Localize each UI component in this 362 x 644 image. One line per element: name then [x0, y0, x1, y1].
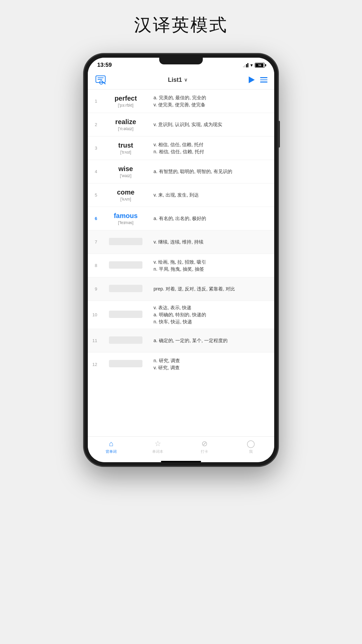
row-number: 1: [88, 99, 101, 104]
row-number: 10: [88, 312, 101, 317]
row-number: 7: [88, 239, 101, 245]
menu-button[interactable]: [260, 77, 267, 83]
row-number: 3: [88, 146, 101, 151]
row-number: 8: [88, 263, 101, 268]
table-row[interactable]: 5 come ['kʌm] v. 来, 出现, 发生, 到达: [88, 183, 274, 207]
word-cell: [101, 333, 151, 348]
nav-label-memorize: 背单词: [106, 449, 117, 454]
profile-icon: ◯: [247, 439, 255, 448]
word-cell: [101, 234, 151, 250]
row-number: 4: [88, 169, 101, 174]
meaning-cell: v. 来, 出现, 发生, 到达: [151, 188, 274, 202]
meaning-cell: n. 研究, 调查v. 研究, 调查: [151, 354, 274, 375]
word-hidden-placeholder: [109, 261, 142, 269]
bottom-nav: ⌂ 背单词 ☆ 单词本 ⊘ 打卡 ◯ 我: [88, 436, 274, 460]
meaning-cell: v. 相信, 信任, 信赖, 托付n. 相信, 信任, 信赖, 托付: [151, 138, 274, 159]
app-logo-icon: [95, 75, 106, 85]
row-number: 2: [88, 122, 101, 127]
meaning-cell: v. 继续, 连续, 维持, 持续: [151, 235, 274, 249]
top-nav: List1 ∨: [88, 71, 274, 90]
word-phonetic: ['pɜːrfɪkt]: [118, 103, 133, 108]
meaning-cell: v. 绘画, 拖, 拉, 招致, 吸引n. 平局, 拖曳, 抽奖, 抽签: [151, 255, 274, 276]
star-icon: ☆: [155, 439, 161, 448]
nav-title[interactable]: List1 ∨: [168, 76, 187, 84]
phone-frame: 13:59 ▾ 58: [84, 54, 278, 466]
nav-item-wordbook[interactable]: ☆ 单词本: [134, 439, 181, 454]
word-list: 1 perfect ['pɜːrfɪkt] a. 完美的, 最佳的, 完全的v.…: [88, 90, 274, 436]
word-hidden-placeholder: [109, 238, 142, 245]
word-cell: realize ['riːəlaɪz]: [101, 115, 151, 135]
phone-screen: 13:59 ▾ 58: [88, 58, 274, 462]
word-text: wise: [118, 165, 133, 173]
list-name-label: List1: [168, 76, 182, 84]
word-cell: [101, 307, 151, 323]
nav-item-memorize[interactable]: ⌂ 背单词: [88, 439, 134, 454]
nav-right-icons: [249, 76, 267, 83]
row-number: 5: [88, 193, 101, 198]
word-text: realize: [115, 118, 136, 126]
row-number: 6: [88, 216, 101, 221]
home-icon: ⌂: [109, 439, 113, 448]
status-icons: ▾ 58: [243, 62, 265, 68]
word-text: trust: [118, 142, 133, 149]
word-hidden-placeholder: [109, 336, 142, 344]
hamburger-line-2: [260, 79, 267, 80]
signal-icon: [243, 63, 249, 67]
notch: [159, 58, 203, 64]
word-text: famous: [114, 212, 137, 220]
meaning-cell: v. 意识到, 认识到, 实现, 成为现实: [151, 118, 274, 131]
word-phonetic: ['waɪz]: [120, 173, 131, 178]
table-row[interactable]: 12 n. 研究, 调查v. 研究, 调查: [88, 353, 274, 376]
meaning-cell: a. 有名的, 出名的, 极好的: [151, 212, 274, 225]
word-cell: [101, 281, 151, 297]
meaning-cell: a. 有智慧的, 聪明的, 明智的, 有见识的: [151, 165, 274, 178]
nav-label-wordbook: 单词本: [152, 449, 163, 454]
word-phonetic: ['kʌm]: [120, 197, 131, 202]
word-cell: trust ['trʌst]: [101, 138, 151, 158]
word-hidden-placeholder: [109, 311, 142, 318]
checkin-icon: ⊘: [201, 439, 207, 448]
hamburger-line-3: [260, 82, 267, 83]
word-phonetic: ['riːəlaɪz]: [118, 126, 133, 131]
battery-icon: 58: [255, 63, 265, 68]
word-cell: [101, 258, 151, 273]
table-row[interactable]: 10 v. 表达, 表示, 快递a. 明确的, 特别的, 快递的n. 快车, 快…: [88, 301, 274, 329]
row-number: 12: [88, 362, 101, 367]
meaning-cell: a. 确定的, 一定的, 某个, 一定程度的: [151, 334, 274, 347]
home-indicator: [161, 461, 201, 462]
status-time: 13:59: [97, 62, 112, 68]
table-row[interactable]: 1 perfect ['pɜːrfɪkt] a. 完美的, 最佳的, 完全的v.…: [88, 90, 274, 113]
word-phonetic: ['feɪməs]: [118, 220, 133, 225]
chevron-down-icon: ∨: [184, 77, 187, 83]
meaning-cell: v. 表达, 表示, 快递a. 明确的, 特别的, 快递的n. 快车, 快运, …: [151, 301, 274, 329]
meaning-cell: a. 完美的, 最佳的, 完全的v. 使完美, 使完善, 使完备: [151, 91, 274, 112]
word-text: perfect: [115, 95, 137, 102]
word-cell: come ['kʌm]: [101, 185, 151, 205]
table-row[interactable]: 2 realize ['riːəlaɪz] v. 意识到, 认识到, 实现, 成…: [88, 113, 274, 137]
table-row[interactable]: 9 prep. 对着, 逆, 反对, 违反, 紧靠着, 对比: [88, 277, 274, 301]
nav-item-profile[interactable]: ◯ 我: [228, 439, 274, 454]
table-row[interactable]: 7 v. 继续, 连续, 维持, 持续: [88, 230, 274, 254]
hamburger-line-1: [260, 77, 267, 78]
table-row[interactable]: 8 v. 绘画, 拖, 拉, 招致, 吸引n. 平局, 拖曳, 抽奖, 抽签: [88, 254, 274, 277]
word-cell: perfect ['pɜːrfɪkt]: [101, 91, 151, 111]
word-phonetic: ['trʌst]: [120, 150, 131, 155]
word-cell: wise ['waɪz]: [101, 162, 151, 181]
table-row[interactable]: 4 wise ['waɪz] a. 有智慧的, 聪明的, 明智的, 有见识的: [88, 160, 274, 183]
nav-item-checkin[interactable]: ⊘ 打卡: [181, 439, 228, 454]
row-number: 11: [88, 338, 101, 343]
meaning-cell: prep. 对着, 逆, 反对, 违反, 紧靠着, 对比: [151, 282, 274, 296]
nav-label-checkin: 打卡: [201, 449, 208, 454]
word-hidden-placeholder: [109, 360, 142, 367]
page-title: 汉译英模式: [134, 13, 228, 37]
word-cell: famous ['feɪməs]: [101, 209, 151, 228]
table-row[interactable]: 6 famous ['feɪməs] a. 有名的, 出名的, 极好的: [88, 207, 274, 230]
word-cell: [101, 357, 151, 372]
table-row[interactable]: 11 a. 确定的, 一定的, 某个, 一定程度的: [88, 329, 274, 353]
play-button[interactable]: [249, 76, 255, 83]
nav-logo-button[interactable]: [95, 74, 107, 86]
table-row[interactable]: 3 trust ['trʌst] v. 相信, 信任, 信赖, 托付n. 相信,…: [88, 137, 274, 160]
word-text: come: [117, 189, 134, 196]
row-number: 9: [88, 286, 101, 291]
nav-label-profile: 我: [249, 449, 253, 454]
